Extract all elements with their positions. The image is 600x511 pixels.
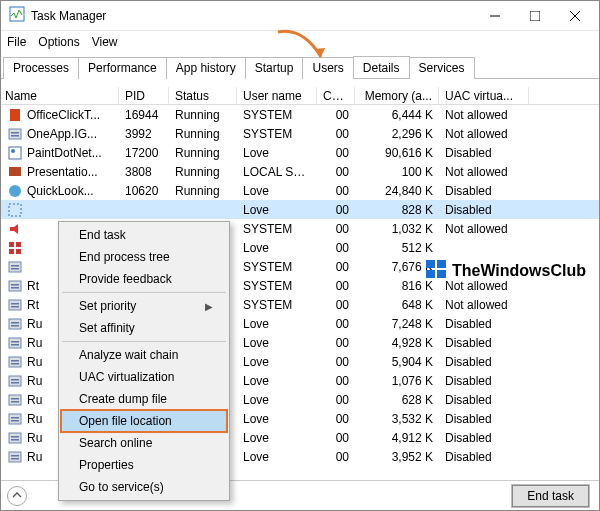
process-row[interactable]: PaintDotNet...17200RunningLove0090,616 K…: [1, 143, 599, 162]
process-icon: [7, 240, 23, 256]
process-cpu: 00: [317, 374, 355, 388]
process-memory: 828 K: [355, 203, 439, 217]
process-icon: [7, 278, 23, 294]
tab-users[interactable]: Users: [302, 57, 353, 79]
app-icon: [9, 6, 25, 25]
ctx-provide-feedback[interactable]: Provide feedback: [61, 268, 227, 290]
menu-view[interactable]: View: [92, 35, 118, 49]
process-row[interactable]: Presentatio...3808RunningLOCAL SE...0010…: [1, 162, 599, 181]
ctx-separator: [62, 341, 226, 342]
svg-rect-50: [11, 455, 19, 457]
end-task-button[interactable]: End task: [512, 485, 589, 507]
process-icon: [7, 145, 23, 161]
svg-rect-21: [11, 268, 19, 270]
header-user[interactable]: User name: [237, 87, 317, 104]
process-row[interactable]: QuickLook...10620RunningLove0024,840 KDi…: [1, 181, 599, 200]
process-user: Love: [237, 336, 317, 350]
process-row[interactable]: OneApp.IG...3992RunningSYSTEM002,296 KNo…: [1, 124, 599, 143]
svg-rect-53: [426, 260, 435, 268]
header-name[interactable]: Name: [1, 87, 119, 104]
svg-rect-24: [11, 287, 19, 289]
ctx-search-online[interactable]: Search online: [61, 432, 227, 454]
process-row[interactable]: Love00828 KDisabled: [1, 200, 599, 219]
process-name: Ru: [27, 317, 42, 331]
ctx-create-dump-file[interactable]: Create dump file: [61, 388, 227, 410]
ctx-go-to-services[interactable]: Go to service(s): [61, 476, 227, 498]
process-cpu: 00: [317, 127, 355, 141]
process-uac: Not allowed: [439, 108, 529, 122]
process-memory: 628 K: [355, 393, 439, 407]
process-cpu: 00: [317, 146, 355, 160]
tab-app-history[interactable]: App history: [166, 57, 246, 79]
header-pid[interactable]: PID: [119, 87, 169, 104]
header-uac[interactable]: UAC virtua...: [439, 87, 529, 104]
tabs: Processes Performance App history Startu…: [1, 56, 599, 79]
ctx-analyze-wait-chain[interactable]: Analyze wait chain: [61, 344, 227, 366]
process-icon: [7, 221, 23, 237]
ctx-set-affinity[interactable]: Set affinity: [61, 317, 227, 339]
process-cpu: 00: [317, 298, 355, 312]
process-memory: 7,248 K: [355, 317, 439, 331]
process-icon: [7, 430, 23, 446]
fewer-details-button[interactable]: [7, 486, 27, 506]
ctx-uac-virtualization[interactable]: UAC virtualization: [61, 366, 227, 388]
process-memory: 6,444 K: [355, 108, 439, 122]
svg-rect-55: [426, 270, 435, 278]
tab-services[interactable]: Services: [409, 57, 475, 79]
svg-rect-47: [11, 436, 19, 438]
close-button[interactable]: [555, 2, 595, 30]
ctx-open-file-location[interactable]: Open file location: [61, 410, 227, 432]
svg-rect-37: [9, 376, 21, 386]
svg-rect-18: [16, 249, 21, 254]
svg-rect-27: [11, 306, 19, 308]
process-user: Love: [237, 374, 317, 388]
svg-rect-7: [11, 132, 19, 134]
process-uac: Not allowed: [439, 222, 529, 236]
process-cpu: 00: [317, 412, 355, 426]
process-icon: [7, 411, 23, 427]
process-status: Running: [169, 146, 237, 160]
tab-performance[interactable]: Performance: [78, 57, 167, 79]
header-cpu[interactable]: CPU: [317, 87, 355, 104]
process-row[interactable]: OfficeClickT...16944RunningSYSTEM006,444…: [1, 105, 599, 124]
ctx-end-process-tree[interactable]: End process tree: [61, 246, 227, 268]
process-name: Ru: [27, 355, 42, 369]
process-memory: 4,928 K: [355, 336, 439, 350]
process-user: SYSTEM: [237, 108, 317, 122]
process-uac: Not allowed: [439, 127, 529, 141]
ctx-properties[interactable]: Properties: [61, 454, 227, 476]
tab-startup[interactable]: Startup: [245, 57, 304, 79]
svg-marker-14: [10, 224, 18, 234]
menu-options[interactable]: Options: [38, 35, 79, 49]
process-cpu: 00: [317, 108, 355, 122]
process-cpu: 00: [317, 450, 355, 464]
process-name: OfficeClickT...: [27, 108, 100, 122]
tab-details[interactable]: Details: [353, 56, 410, 78]
tab-processes[interactable]: Processes: [3, 57, 79, 79]
header-status[interactable]: Status: [169, 87, 237, 104]
process-user: Love: [237, 450, 317, 464]
window-title: Task Manager: [31, 9, 475, 23]
maximize-button[interactable]: [515, 2, 555, 30]
process-cpu: 00: [317, 355, 355, 369]
svg-rect-41: [11, 398, 19, 400]
submenu-arrow-icon: ▶: [205, 301, 213, 312]
ctx-end-task[interactable]: End task: [61, 224, 227, 246]
process-cpu: 00: [317, 279, 355, 293]
process-user: SYSTEM: [237, 260, 317, 274]
process-cpu: 00: [317, 336, 355, 350]
svg-rect-11: [9, 167, 21, 176]
process-name: QuickLook...: [27, 184, 94, 198]
process-uac: Disabled: [439, 412, 529, 426]
minimize-button[interactable]: [475, 2, 515, 30]
process-icon: [7, 449, 23, 465]
process-cpu: 00: [317, 431, 355, 445]
menu-file[interactable]: File: [7, 35, 26, 49]
header-memory[interactable]: Memory (a...: [355, 87, 439, 104]
ctx-set-priority[interactable]: Set priority▶: [61, 295, 227, 317]
process-icon: [7, 392, 23, 408]
svg-rect-13: [9, 204, 21, 216]
process-name: OneApp.IG...: [27, 127, 97, 141]
svg-rect-15: [9, 242, 14, 247]
process-cpu: 00: [317, 203, 355, 217]
